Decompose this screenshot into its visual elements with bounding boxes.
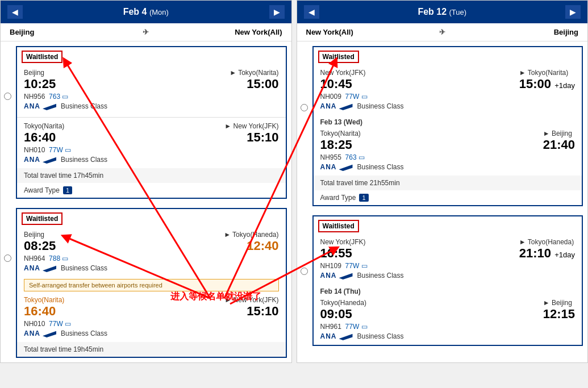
left-waitlisted-2: Waitlisted [22, 212, 62, 225]
cabin-class-2-2: Business Class [61, 329, 107, 337]
seg-depart-time: 08:25 [24, 239, 56, 253]
right-segment-1-2: Tokyo(Narita) 18:25 ► Beijing 21:40 NH95… [314, 127, 582, 176]
seg-dest-label: ► Beijing [543, 130, 575, 137]
aircraft-link[interactable]: 77W ▭ [345, 93, 368, 101]
seg-origin: Tokyo(Narita) [24, 296, 64, 304]
cabin-class-r1-2: Business Class [357, 163, 404, 171]
seg-arrive-time: 12:15 [543, 307, 575, 322]
flight-info-2-2: NH010 77W ▭ [24, 320, 279, 328]
right-panel-header: ◀ Feb 12 (Tue) ▶ [297, 1, 588, 23]
seg-depart-time: 16:40 [24, 304, 64, 319]
right-day: (Tue) [449, 8, 467, 16]
left-destination: New York(All) [153, 28, 282, 36]
left-waitlisted-1: Waitlisted [22, 51, 62, 63]
award-badge-r1: 1 [359, 194, 368, 202]
aircraft-link[interactable]: 788 ▭ [49, 255, 68, 262]
seg-dest-label: ► New York(JFK) [224, 296, 278, 304]
flight-info-2-1: NH964 788 ▭ [24, 255, 279, 262]
seg-origin: Beijing [24, 231, 56, 239]
right-segment-1-1: New York(JFK) 10:45 ► Tokyo(Narita) 15:0… [314, 66, 582, 115]
seg-origin: Tokyo(Narita) [320, 130, 361, 137]
right-route-bar: New York(All) ✈ Beijing [297, 23, 588, 41]
right-card-1: Waitlisted New York(JFK) 10:45 ► Tokyo(N… [312, 46, 583, 206]
ana-logo-r2-1: ANA Business Class [320, 272, 576, 279]
aircraft-link[interactable]: 77W ▭ [345, 262, 368, 270]
seg-dest-label: ► Tokyo(Narita) [230, 69, 278, 77]
ana-wing-icon [339, 163, 353, 171]
aircraft-link[interactable]: 763 ▭ [345, 153, 365, 161]
flight-info-1-1: NH956 763 ▭ [24, 93, 279, 101]
ana-wing-icon [43, 156, 56, 164]
left-award-1: Award Type 1 [17, 183, 286, 198]
cabin-class-r2-2: Business Class [357, 332, 404, 340]
aircraft-link[interactable]: 77W ▭ [49, 320, 71, 328]
right-panel: ◀ Feb 12 (Tue) ▶ New York(All) ✈ Beijing… [297, 0, 589, 363]
seg-arrive-time: 12:40 [224, 239, 278, 253]
ana-wing-icon [43, 264, 56, 272]
left-panel-header: ◀ Feb 4 (Mon) ▶ [1, 1, 291, 23]
aircraft-link[interactable]: 77W ▭ [345, 323, 368, 331]
ana-logo-r2-2: ANA Business Class [320, 332, 576, 340]
seg-arrive-time: 15:00 +1day [519, 77, 575, 91]
right-destination: Beijing [450, 28, 578, 36]
left-segment-1-1: Beijing 10:25 ► Tokyo(Narita) 15:00 NH95… [17, 66, 286, 115]
left-segment-1-2: Tokyo(Narita) 16:40 ► New York(JFK) 15:1… [17, 120, 286, 168]
ana-logo-1-1: ANA Business Class [24, 102, 279, 110]
ana-wing-icon [339, 102, 353, 110]
aircraft-link[interactable]: 77W ▭ [49, 146, 71, 154]
left-card-1: Waitlisted Beijing 10:25 ► Tokyo(Narita)… [16, 46, 287, 199]
ana-logo-2-2: ANA Business Class [24, 329, 279, 337]
right-card1-radio[interactable] [301, 104, 308, 111]
left-segment-2-1: Beijing 08:25 ► Tokyo(Haneda) 12:40 NH96… [17, 228, 286, 277]
seg-arrive-time: 15:10 [224, 130, 278, 145]
seg-dest-label: ► New York(JFK) [224, 122, 278, 130]
right-segment-2-1: New York(JFK) 16:55 ► Tokyo(Haneda) 21:1… [314, 236, 582, 284]
left-prev-button[interactable]: ◀ [7, 5, 23, 19]
left-card2-radio[interactable] [4, 255, 11, 262]
ana-wing-icon [339, 332, 353, 340]
right-card2-radio[interactable] [301, 268, 308, 275]
seg-origin: New York(JFK) [320, 69, 366, 77]
right-segment-2-2: Tokyo(Haneda) 09:05 ► Beijing 12:15 NH96… [314, 297, 582, 345]
cabin-class-1-2: Business Class [61, 156, 107, 164]
right-next-day-2: Feb 14 (Thu) [314, 284, 582, 297]
plane-icon-right: ✈ [439, 28, 445, 36]
ana-logo-2-1: ANA Business Class [24, 264, 279, 272]
cabin-class-1-1: Business Class [61, 102, 107, 110]
seg-arrive-time: 15:10 [224, 304, 278, 319]
ana-wing-icon [43, 329, 56, 337]
ana-wing-icon [339, 272, 353, 279]
ana-logo-r1-2: ANA Business Class [320, 163, 576, 171]
plane-icon-left: ✈ [143, 28, 149, 36]
left-card1-radio[interactable] [4, 93, 11, 100]
seg-depart-time: 10:45 [320, 77, 366, 91]
left-total-2: Total travel time 19h45min [17, 342, 286, 357]
left-date: Feb 4 (Mon) [28, 7, 264, 17]
seg-dest-label: ► Tokyo(Narita) [519, 69, 575, 77]
aircraft-link[interactable]: 763 ▭ [49, 93, 68, 101]
left-card-2: Waitlisted Beijing 08:25 ► Tokyo(Haneda)… [16, 208, 287, 358]
ana-wing-icon [43, 102, 56, 110]
seg-depart-time: 18:25 [320, 137, 361, 152]
cabin-class-r1-1: Business Class [357, 102, 404, 110]
seg-origin: Tokyo(Narita) [24, 122, 64, 130]
right-waitlisted-1: Waitlisted [318, 51, 359, 63]
right-date: Feb 12 (Tue) [325, 7, 560, 17]
seg-origin: New York(JFK) [320, 238, 366, 246]
seg-dest-label: ► Beijing [543, 299, 575, 307]
cabin-class-2-1: Business Class [61, 264, 107, 272]
right-next-button[interactable]: ▶ [565, 5, 581, 19]
right-card-2: Waitlisted New York(JFK) 16:55 ► Tokyo(H… [312, 215, 583, 346]
seg-depart-time: 10:25 [24, 77, 56, 91]
plus-day: +1day [554, 81, 575, 90]
award-badge-1: 1 [63, 186, 72, 194]
ana-logo-1-2: ANA Business Class [24, 156, 279, 164]
left-segment-2-2: Tokyo(Narita) 16:40 ► New York(JFK) 15:1… [17, 294, 286, 342]
seg-origin: Beijing [24, 69, 56, 77]
flight-info-r1-1: NH009 77W ▭ [320, 93, 576, 101]
left-next-button[interactable]: ▶ [269, 5, 285, 19]
seg-depart-time: 09:05 [320, 307, 366, 322]
flight-info-r2-1: NH109 77W ▭ [320, 262, 576, 270]
right-award-1: Award Type 1 [314, 190, 582, 205]
right-prev-button[interactable]: ◀ [304, 5, 319, 19]
